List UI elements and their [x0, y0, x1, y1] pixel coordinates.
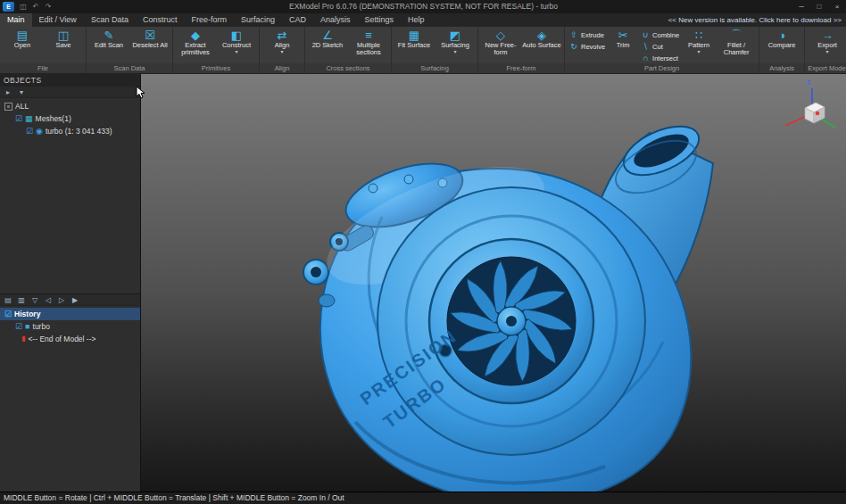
model-cube-icon: ■ — [25, 320, 29, 333]
surfacing-button[interactable]: ◩ Surfacing ▾ — [435, 28, 475, 63]
extract-primitives-button[interactable]: ◆ Extract primitives — [176, 28, 215, 63]
all-checkbox[interactable] — [4, 103, 12, 111]
extrude-label: Extrude — [581, 31, 604, 39]
save-button[interactable]: ◫ Save — [44, 28, 83, 63]
chevron-down-icon[interactable]: ▾ — [826, 49, 829, 54]
objects-toolbar: ▸ ▾ — [0, 87, 140, 98]
export-label: Export — [817, 42, 837, 49]
app-logo-icon: E — [3, 2, 14, 12]
tree-row-all[interactable]: ALL — [0, 100, 140, 112]
maximize-button[interactable]: □ — [810, 0, 828, 13]
fillet-chamfer-icon: ⌒ — [731, 29, 742, 42]
expand-history-icon[interactable]: ▽ — [29, 294, 40, 306]
close-button[interactable]: × — [828, 0, 846, 13]
surfacing-icon: ◩ — [450, 29, 460, 42]
save-label: Save — [55, 42, 70, 49]
tab-settings[interactable]: Settings — [358, 13, 402, 27]
tree-row-turbo[interactable]: ☑ ◉ turbo (1: 3 041 433) — [0, 125, 140, 137]
2d-sketch-button[interactable]: ∠ 2D Sketch — [308, 28, 347, 63]
status-bar: MIDDLE Button = Rotate | Ctrl + MIDDLE B… — [0, 492, 846, 504]
trim-icon: ✂ — [618, 29, 628, 42]
meshes-checkbox[interactable]: ☑ — [15, 112, 22, 125]
update-notice-link[interactable]: << New version is available. Click here … — [668, 13, 846, 27]
fillet-chamfer-label: Fillet / Chamfer — [717, 42, 756, 56]
new-free-form-button[interactable]: ◇ New Free-form — [481, 28, 520, 63]
group-label-free-form: Free-form — [478, 63, 564, 73]
redo-icon[interactable]: ↷ — [42, 0, 54, 13]
pattern-button[interactable]: ∷ Pattern ▾ — [683, 28, 715, 63]
history-row-turbo[interactable]: ☑ ■ turbo — [0, 320, 140, 333]
history-list-icon[interactable]: ▥ — [16, 294, 27, 306]
construct-icon: ◧ — [231, 29, 242, 42]
export-button[interactable]: → Export ▾ — [808, 28, 846, 63]
viewport-3d[interactable]: PRECISION TURBO z — [141, 74, 846, 492]
ribbon-group-scan-data: ✎ Edit Scan ☒ Deselect All Scan Data — [87, 27, 173, 73]
undo-icon[interactable]: ↶ — [29, 0, 42, 13]
tab-surfacing[interactable]: Surfacing — [234, 13, 282, 27]
history-label: History — [14, 310, 40, 318]
tab-help[interactable]: Help — [401, 13, 432, 27]
group-label-analysis: Analysis — [759, 63, 804, 73]
ribbon-group-analysis: ◑ Compare Analysis — [759, 27, 805, 73]
extrude-button[interactable]: ⇧ Extrude — [568, 30, 607, 40]
menu-bar: Main Edit / View Scan Data Construct Fre… — [0, 13, 846, 27]
compare-button[interactable]: ◑ Compare — [762, 28, 801, 63]
extract-primitives-icon: ◆ — [191, 29, 200, 42]
fillet-chamfer-button[interactable]: ⌒ Fillet / Chamfer — [717, 28, 756, 63]
align-button[interactable]: ⇄ Align ▾ — [262, 28, 302, 63]
combine-button[interactable]: ∪ Combine — [639, 30, 681, 40]
ribbon-group-free-form: ◇ New Free-form ◈ Auto Surface Free-form — [478, 27, 565, 73]
chevron-down-icon[interactable]: ▾ — [280, 49, 283, 54]
quick-save-icon[interactable]: ◫ — [17, 0, 29, 13]
chevron-down-icon[interactable]: ▾ — [698, 49, 701, 54]
revolve-button[interactable]: ↻ Revolve — [568, 42, 607, 52]
tab-construct[interactable]: Construct — [136, 13, 185, 27]
trim-button[interactable]: ✂ Trim — [609, 28, 637, 63]
history-toolbar: ▤ ▥ ▽ ◁ ▷ ▶ — [0, 294, 140, 306]
run-to-end-icon[interactable]: ▶ — [70, 294, 80, 306]
eye-icon[interactable]: ◉ — [36, 125, 43, 137]
title-bar: E ◫ ↶ ↷ EXModel Pro 6.0.76 (DEMONSTRATIO… — [0, 0, 846, 13]
left-sidebar: OBJECTS ▸ ▾ ALL ☑ ▦ Meshes(1) — [0, 74, 141, 492]
view-triad[interactable]: z — [785, 78, 835, 128]
ribbon-group-surfacing: ▦ Fit Surface ◩ Surfacing ▾ Surfacing — [392, 27, 478, 73]
objects-panel: OBJECTS ▸ ▾ ALL ☑ ▦ Meshes(1) — [0, 74, 140, 294]
auto-surface-button[interactable]: ◈ Auto Surface — [522, 28, 561, 63]
minimize-button[interactable]: ─ — [792, 0, 810, 13]
ribbon-group-export-model: → Export ▾ Export Model — [805, 27, 846, 73]
collapse-all-icon[interactable]: ▾ — [16, 87, 27, 98]
history-row-end-of-model[interactable]: ▮ <-- End of Model --> — [0, 333, 140, 345]
tab-main[interactable]: Main — [0, 13, 32, 27]
tab-cad[interactable]: CAD — [282, 13, 313, 27]
turbo-checkbox[interactable]: ☑ — [26, 125, 33, 137]
open-button[interactable]: ▤ Open — [3, 28, 42, 63]
fit-surface-button[interactable]: ▦ Fit Surface — [394, 28, 434, 63]
history-row-root[interactable]: ☑ History — [0, 308, 140, 320]
history-turbo-checkbox[interactable]: ☑ — [15, 320, 22, 333]
surfacing-label: Surfacing — [441, 42, 469, 49]
tab-edit-view[interactable]: Edit / View — [32, 13, 84, 27]
tab-free-form[interactable]: Free-form — [184, 13, 234, 27]
step-forward-icon[interactable]: ▷ — [56, 294, 67, 306]
combine-label: Combine — [652, 31, 679, 39]
ribbon-group-primitives: ◆ Extract primitives ◧ Construct ▾ Primi… — [173, 27, 260, 73]
edit-scan-button[interactable]: ✎ Edit Scan — [89, 28, 129, 63]
history-view-icon[interactable]: ▤ — [3, 294, 13, 306]
tab-scan-data[interactable]: Scan Data — [84, 13, 136, 27]
cut-button[interactable]: ∖ Cut — [639, 42, 681, 52]
chevron-down-icon[interactable]: ▾ — [453, 49, 456, 54]
intersect-button[interactable]: ∩ Intersect — [639, 54, 681, 63]
group-label-primitives: Primitives — [173, 63, 259, 73]
deselect-all-button[interactable]: ☒ Deselect All — [130, 28, 170, 63]
multiple-sections-button[interactable]: ≡ Multiple sections — [349, 28, 388, 63]
pattern-icon: ∷ — [695, 29, 702, 42]
expand-all-icon[interactable]: ▸ — [3, 87, 13, 98]
construct-button[interactable]: ◧ Construct ▾ — [217, 28, 256, 63]
multiple-sections-label: Multiple sections — [349, 42, 388, 56]
step-back-icon[interactable]: ◁ — [43, 294, 54, 306]
tab-analysis[interactable]: Analysis — [313, 13, 358, 27]
tree-row-meshes[interactable]: ☑ ▦ Meshes(1) — [0, 112, 140, 125]
chevron-down-icon[interactable]: ▾ — [235, 49, 237, 54]
all-label: ALL — [15, 102, 29, 111]
history-checkbox[interactable]: ☑ — [4, 308, 12, 320]
